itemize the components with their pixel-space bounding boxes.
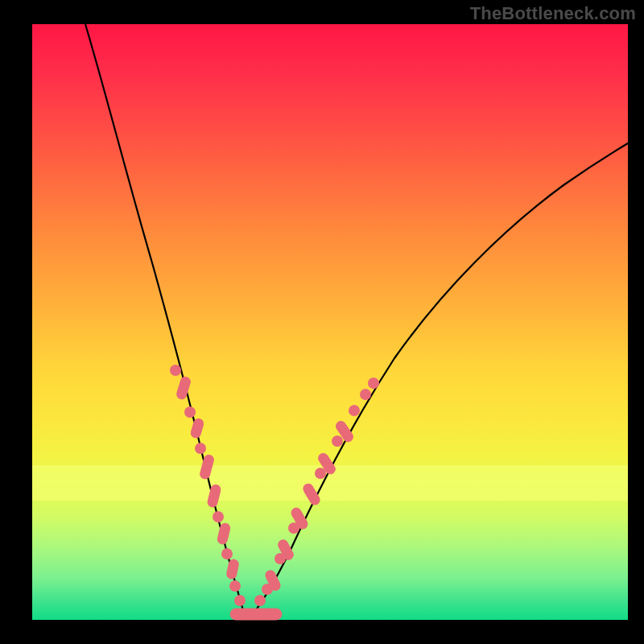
right-curve: [250, 143, 628, 618]
svg-point-11: [230, 581, 240, 591]
plot-area: [32, 24, 628, 620]
svg-rect-8: [217, 522, 231, 545]
svg-point-27: [369, 378, 378, 388]
chart-frame: TheBottleneck.com: [0, 0, 644, 644]
svg-point-7: [213, 512, 223, 522]
svg-point-26: [361, 390, 370, 399]
svg-point-2: [185, 407, 195, 417]
svg-rect-1: [175, 376, 192, 400]
svg-point-21: [316, 469, 325, 478]
bottom-marker-band: [230, 609, 282, 620]
chart-svg: [32, 24, 628, 620]
svg-point-0: [171, 365, 180, 375]
svg-rect-3: [190, 418, 204, 439]
svg-point-13: [255, 596, 265, 605]
svg-point-4: [196, 444, 205, 453]
svg-point-25: [349, 406, 359, 415]
svg-rect-10: [226, 559, 240, 580]
watermark-text: TheBottleneck.com: [470, 3, 636, 24]
svg-point-9: [222, 549, 232, 559]
svg-point-23: [332, 436, 342, 446]
svg-point-12: [235, 596, 245, 605]
